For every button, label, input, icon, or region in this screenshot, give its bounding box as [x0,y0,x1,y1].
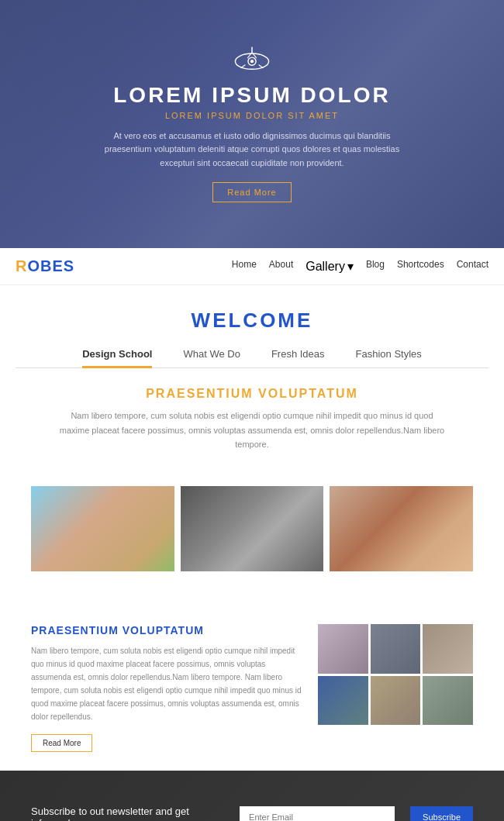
nav-blog[interactable]: Blog [366,259,385,274]
svg-point-2 [250,60,254,63]
nav-home[interactable]: Home [232,259,257,274]
nav-shortcodes[interactable]: Shortcodes [397,259,444,274]
newsletter-content: Subscribe to out newsletter and get info… [31,805,473,821]
nav-about[interactable]: About [269,259,293,274]
girl-outdoor-placeholder [31,486,174,571]
mosaic-grid [318,624,473,725]
hero-content: LOREM IPSUM DOLOR LOREM IPSUM DOLOR SIT … [97,46,407,203]
bottom-left-content: PRAESENTIUM VOLUPTATUM Nam libero tempor… [31,624,302,752]
mosaic-cell-1 [318,624,368,674]
image-girl-sunglasses [330,486,473,571]
girl-sunglasses-placeholder [330,486,473,571]
newsletter-text: Subscribe to out newsletter and get info… [31,805,224,821]
newsletter-email-input[interactable] [240,806,395,821]
praesentium-section: PRAESENTIUM VOLUPTATUM Nam libero tempor… [0,387,504,486]
mosaic-cell-2 [371,624,421,674]
hero-logo-icon [229,46,275,74]
hero-description: At vero eos et accusamus et iusto odio d… [97,129,407,171]
praesentium-title: PRAESENTIUM VOLUPTATUM [47,387,457,401]
bottom-mosaic [318,624,473,725]
newsletter-section: Subscribe to out newsletter and get info… [0,771,504,821]
image-girl-outdoor [31,486,174,571]
newsletter-subscribe-button[interactable]: Subscribe [410,806,473,821]
tab-what-we-do[interactable]: What We Do [183,348,240,367]
hero-cta-button[interactable]: Read More [212,182,291,202]
bottom-section: PRAESENTIUM VOLUPTATUM Nam libero tempor… [0,605,504,771]
welcome-title: WELCOME [16,309,488,333]
tab-fashion-styles[interactable]: Fashion Styles [356,348,422,367]
bottom-praesentium-title: PRAESENTIUM VOLUPTATUM [31,624,302,636]
logo: ROBES [16,257,74,275]
nav-gallery[interactable]: Gallery ▾ [306,259,354,274]
welcome-section: WELCOME Design School What We Do Fresh I… [0,285,504,368]
mosaic-cell-5 [371,676,421,726]
mosaic-cell-4 [318,676,368,726]
hero-subtitle: LOREM IPSUM DOLOR SIT AMET [97,111,407,120]
mosaic-cell-6 [423,676,473,726]
nav-contact[interactable]: Contact [457,259,488,274]
chevron-down-icon: ▾ [347,259,354,274]
praesentium-description: Nam libero tempore, cum soluta nobis est… [58,409,446,452]
tab-fresh-ideas[interactable]: Fresh Ideas [271,348,325,367]
tab-bar: Design School What We Do Fresh Ideas Fas… [16,348,488,368]
hero-section: LOREM IPSUM DOLOR LOREM IPSUM DOLOR SIT … [0,0,504,248]
read-more-button[interactable]: Read More [31,734,92,752]
nav-links: Home About Gallery ▾ Blog Shortcodes Con… [232,259,488,274]
image-girl-dark [181,486,324,571]
mosaic-cell-3 [423,624,473,674]
image-grid-3col [0,486,504,590]
bottom-text: Nam libero tempore, cum soluta nobis est… [31,644,302,723]
navbar: ROBES Home About Gallery ▾ Blog Shortcod… [0,248,504,285]
logo-highlight: R [16,257,27,274]
tab-design-school[interactable]: Design School [82,348,152,367]
hero-title: LOREM IPSUM DOLOR [97,83,407,108]
girl-dark-placeholder [181,486,324,571]
logo-rest: OBES [27,257,74,274]
spacer [0,590,504,605]
